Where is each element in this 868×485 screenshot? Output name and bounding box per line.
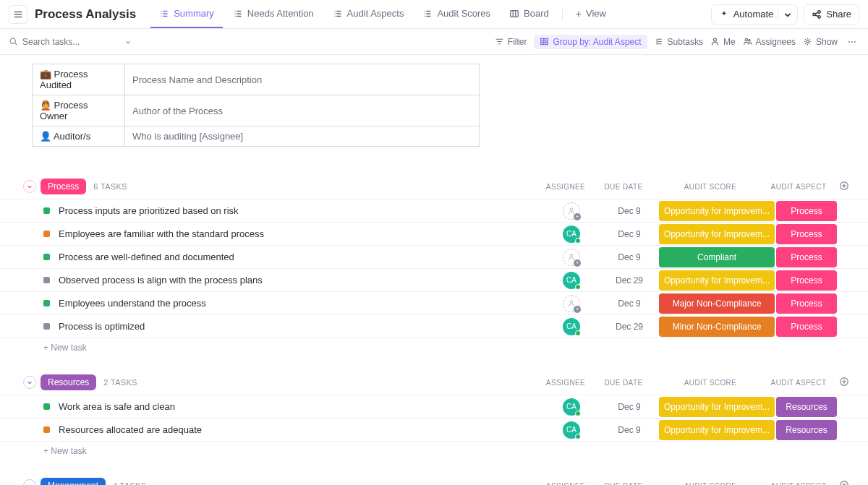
more-menu[interactable]: ⋯ <box>845 37 859 47</box>
cell-due-date[interactable]: Dec 9 <box>600 292 658 314</box>
task-name[interactable]: Employees are familiar with the standard… <box>59 228 542 239</box>
cell-audit-aspect[interactable]: Process <box>776 224 837 244</box>
cell-due-date[interactable]: Dec 9 <box>600 246 658 268</box>
assignees-button[interactable]: Assignees <box>743 37 796 47</box>
status-dot[interactable] <box>43 403 50 410</box>
status-dot[interactable] <box>43 300 50 306</box>
group-pill[interactable]: Resources <box>41 374 96 390</box>
task-name[interactable]: Work area is safe and clean <box>59 401 542 412</box>
status-dot[interactable] <box>43 231 50 237</box>
add-column[interactable] <box>829 181 859 193</box>
cell-audit-aspect[interactable]: Process <box>776 293 837 314</box>
task-name[interactable]: Process inputs are prioritized based on … <box>59 205 542 216</box>
task-row[interactable]: Employees are familiar with the standard… <box>0 223 868 246</box>
task-row[interactable]: Process are well-defined and documented … <box>0 246 868 269</box>
add-column[interactable] <box>829 480 859 486</box>
group-pill[interactable]: Management <box>41 478 106 485</box>
status-dot[interactable] <box>43 207 50 214</box>
col-assignee[interactable]: ASSIGNEE <box>537 379 595 387</box>
task-row[interactable]: Observed process is align with the proce… <box>0 269 868 292</box>
cell-audit-score[interactable]: Minor Non-Compliance <box>659 317 775 337</box>
group-by-button[interactable]: Group by: Audit Aspect <box>534 35 647 49</box>
tab-add-view[interactable]: + View <box>567 0 615 28</box>
col-audit-aspect[interactable]: AUDIT ASPECT <box>768 482 829 486</box>
new-task-button[interactable]: + New task <box>0 338 868 357</box>
cell-audit-score[interactable]: Compliant <box>659 247 775 267</box>
cell-audit-aspect[interactable]: Resources <box>776 420 837 440</box>
search-input[interactable] <box>22 37 102 47</box>
menu-toggle[interactable] <box>9 5 27 24</box>
cell-audit-aspect[interactable]: Process <box>776 317 837 337</box>
col-audit-aspect[interactable]: AUDIT ASPECT <box>768 379 829 387</box>
col-due-date[interactable]: DUE DATE <box>595 482 652 486</box>
status-dot[interactable] <box>43 323 50 330</box>
cell-due-date[interactable]: Dec 9 <box>600 199 658 222</box>
col-assignee[interactable]: ASSIGNEE <box>537 183 595 191</box>
show-button[interactable]: Show <box>803 37 838 47</box>
cell-audit-score[interactable]: Opportunity for Improvem... <box>659 201 775 221</box>
group-collapse[interactable] <box>23 180 36 193</box>
automate-button[interactable]: Automate <box>711 4 799 25</box>
task-row[interactable]: Resources allocated are adequate CA Dec … <box>0 419 868 442</box>
task-name[interactable]: Employees understand the process <box>59 298 542 309</box>
assignee-avatar[interactable]: CA <box>563 398 580 416</box>
col-due-date[interactable]: DUE DATE <box>595 183 652 191</box>
status-dot[interactable] <box>43 254 50 260</box>
group-collapse[interactable] <box>23 479 36 485</box>
chevron-down-icon[interactable] <box>124 38 132 46</box>
assignee-avatar[interactable]: CA <box>563 272 580 289</box>
group-collapse[interactable] <box>23 376 36 389</box>
col-assignee[interactable]: ASSIGNEE <box>537 482 595 486</box>
assignee-empty[interactable]: + <box>563 202 580 220</box>
group-pill[interactable]: Process <box>41 179 86 194</box>
col-due-date[interactable]: DUE DATE <box>595 379 652 387</box>
task-row[interactable]: Process is optimized CA Dec 29 Minor Non… <box>0 315 868 338</box>
add-column[interactable] <box>829 377 859 389</box>
col-audit-score[interactable]: AUDIT SCORE <box>652 482 768 486</box>
cell-audit-aspect[interactable]: Process <box>776 247 837 267</box>
cell-due-date[interactable]: Dec 9 <box>600 395 658 418</box>
share-button[interactable]: Share <box>804 4 859 25</box>
automate-caret[interactable] <box>778 8 797 21</box>
meta-value[interactable]: Process Name and Description <box>125 64 480 95</box>
cell-audit-aspect[interactable]: Process <box>776 201 837 221</box>
tab-audit-scores[interactable]: Audit Scores <box>414 0 499 28</box>
new-task-button[interactable]: + New task <box>0 442 868 460</box>
task-row[interactable]: Work area is safe and clean CA Dec 9 Opp… <box>0 395 868 419</box>
assignee-avatar[interactable]: CA <box>563 226 580 243</box>
subtasks-button[interactable]: Subtasks <box>655 37 703 47</box>
assignee-avatar[interactable]: CA <box>563 421 580 439</box>
filter-button[interactable]: Filter <box>495 37 527 47</box>
status-dot[interactable] <box>43 426 50 433</box>
task-row[interactable]: Process inputs are prioritized based on … <box>0 199 868 223</box>
cell-audit-score[interactable]: Opportunity for Improvem... <box>659 224 775 244</box>
cell-audit-score[interactable]: Opportunity for Improvem... <box>659 270 775 291</box>
me-button[interactable]: Me <box>710 37 736 47</box>
cell-due-date[interactable]: Dec 29 <box>600 269 658 291</box>
tab-summary[interactable]: Summary <box>150 0 223 28</box>
assignee-empty[interactable]: + <box>563 249 580 266</box>
col-audit-score[interactable]: AUDIT SCORE <box>652 379 768 387</box>
assignee-empty[interactable]: + <box>563 295 580 312</box>
cell-due-date[interactable]: Dec 9 <box>600 419 658 441</box>
cell-audit-score[interactable]: Opportunity for Improvem... <box>659 420 775 440</box>
task-row[interactable]: Employees understand the process + Dec 9… <box>0 292 868 315</box>
col-audit-aspect[interactable]: AUDIT ASPECT <box>768 183 829 191</box>
cell-due-date[interactable]: Dec 29 <box>600 315 658 338</box>
cell-due-date[interactable]: Dec 9 <box>600 223 658 245</box>
cell-audit-score[interactable]: Opportunity for Improvem... <box>659 397 775 417</box>
tab-needs-attention[interactable]: Needs Attention <box>224 0 323 28</box>
tab-audit-aspects[interactable]: Audit Aspects <box>324 0 413 28</box>
meta-value[interactable]: Who is auditing [Assignee] <box>125 126 480 147</box>
col-audit-score[interactable]: AUDIT SCORE <box>652 183 768 191</box>
task-name[interactable]: Process is optimized <box>59 321 542 332</box>
task-name[interactable]: Process are well-defined and documented <box>59 252 542 262</box>
task-name[interactable]: Resources allocated are adequate <box>59 424 542 435</box>
task-name[interactable]: Observed process is align with the proce… <box>59 275 542 286</box>
cell-audit-aspect[interactable]: Process <box>776 270 837 291</box>
assignee-avatar[interactable]: CA <box>563 318 580 335</box>
cell-audit-aspect[interactable]: Resources <box>776 397 837 417</box>
status-dot[interactable] <box>43 277 50 283</box>
meta-value[interactable]: Author of the Process <box>125 95 480 126</box>
tab-board[interactable]: Board <box>501 0 558 28</box>
